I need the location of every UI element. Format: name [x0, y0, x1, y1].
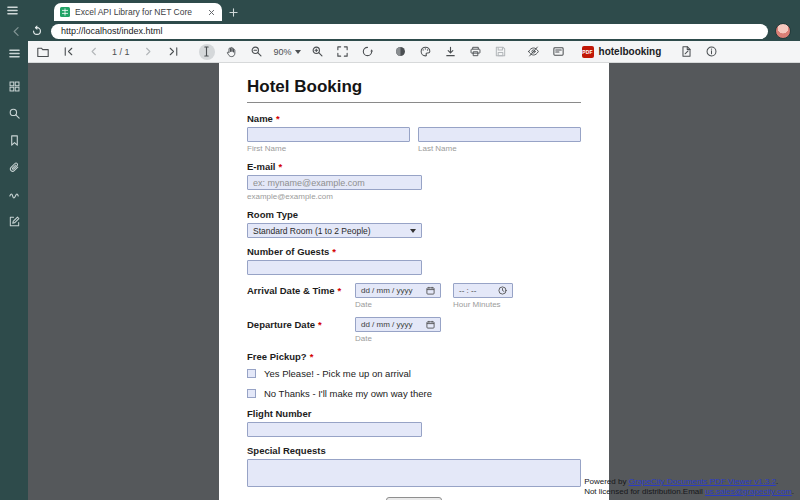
tab-bar: Excel API Library for NET Core: [0, 0, 800, 21]
save-icon[interactable]: [493, 44, 509, 60]
last-name-input[interactable]: [418, 127, 581, 142]
last-page-icon[interactable]: [166, 44, 182, 60]
document-edit-icon[interactable]: [678, 44, 694, 60]
clock-icon: [498, 286, 507, 295]
page-indicator: 1 / 1: [110, 47, 132, 57]
first-name-input[interactable]: [247, 127, 410, 142]
pickup-label: Free Pickup?*: [247, 351, 581, 362]
requests-label: Special Requests: [247, 445, 581, 456]
zoom-select[interactable]: 90%: [274, 47, 301, 57]
tab-close-icon[interactable]: [206, 7, 216, 17]
back-icon[interactable]: [9, 24, 23, 38]
required-mark: *: [337, 285, 341, 296]
license-line: Not licensed for distribution.Email us.s…: [584, 487, 794, 497]
viewer-main: 1 / 1 90%: [28, 41, 800, 500]
checkbox[interactable]: [247, 369, 256, 378]
email-label: E-mail*: [247, 161, 581, 172]
profile-avatar[interactable]: [775, 23, 791, 39]
viewer-sidebar: [0, 41, 28, 500]
name-group: Name* First Name Last Name: [247, 113, 581, 153]
pdf-page: Hotel Booking Name* First Name Last Name: [219, 63, 609, 500]
powered-by-line: Powered by GrapeCity Documents PDF Viewe…: [584, 477, 794, 487]
arrival-group: Arrival Date & Time* dd / mm / yyyy Date…: [247, 283, 581, 309]
arrival-label: Arrival Date & Time*: [247, 285, 343, 296]
prev-page-icon[interactable]: [85, 44, 101, 60]
guests-group: Number of Guests*: [247, 246, 581, 275]
form-title: Hotel Booking: [247, 77, 581, 96]
viewer-toolbar: 1 / 1 90%: [28, 41, 800, 63]
pickup-option-yes-label: Yes Please! - Pick me up on arrival: [264, 368, 411, 379]
sales-email-link[interactable]: us.sales@grapecity.com: [705, 487, 792, 496]
flight-label: Flight Number: [247, 408, 581, 419]
text-select-icon[interactable]: [199, 44, 215, 60]
search-icon[interactable]: [7, 106, 21, 120]
required-mark: *: [276, 113, 280, 124]
pickup-option-yes[interactable]: Yes Please! - Pick me up on arrival: [247, 368, 581, 379]
calendar-icon: [426, 320, 435, 329]
arrival-time-hint: Hour Minutes: [453, 300, 513, 309]
rotate-icon[interactable]: [360, 44, 376, 60]
document-name-group: PDF hotelbooking: [582, 46, 662, 58]
next-page-icon[interactable]: [141, 44, 157, 60]
guests-input[interactable]: [247, 260, 422, 275]
document-canvas[interactable]: Hotel Booking Name* First Name Last Name: [28, 63, 800, 500]
open-file-icon[interactable]: [35, 44, 51, 60]
chevron-down-icon: [410, 229, 416, 233]
room-type-label: Room Type: [247, 209, 581, 220]
flight-group: Flight Number: [247, 408, 581, 437]
browser-menu-icon[interactable]: [0, 0, 24, 21]
sidebar-toggle-icon[interactable]: [7, 46, 21, 60]
address-bar-row: http://localhost/index.html: [0, 21, 800, 41]
departure-date-input[interactable]: dd / mm / yyyy: [355, 317, 441, 332]
flight-input[interactable]: [247, 422, 422, 437]
download-icon[interactable]: [443, 44, 459, 60]
email-hint: example@example.com: [247, 192, 581, 201]
zoom-level: 90%: [274, 47, 292, 57]
palette-icon[interactable]: [418, 44, 434, 60]
browser-window: Excel API Library for NET Core http://lo…: [0, 0, 800, 500]
url-text: http://localhost/index.html: [61, 26, 163, 36]
title-divider: [247, 102, 581, 103]
first-page-icon[interactable]: [60, 44, 76, 60]
form-fields-icon[interactable]: [551, 44, 567, 60]
checkbox[interactable]: [247, 389, 256, 398]
print-icon[interactable]: [468, 44, 484, 60]
info-icon[interactable]: [703, 44, 719, 60]
last-name-hint: Last Name: [418, 144, 581, 153]
pickup-option-no[interactable]: No Thanks - I'll make my own way there: [247, 388, 581, 399]
theme-icon[interactable]: [393, 44, 409, 60]
bookmarks-icon[interactable]: [7, 133, 21, 147]
new-tab-button[interactable]: [222, 3, 244, 21]
address-bar[interactable]: http://localhost/index.html: [51, 24, 768, 39]
room-type-group: Room Type Standard Room (1 to 2 People): [247, 209, 581, 238]
zoom-in-icon[interactable]: [310, 44, 326, 60]
first-name-hint: First Name: [247, 144, 410, 153]
pickup-option-no-label: No Thanks - I'll make my own way there: [264, 388, 432, 399]
email-group: E-mail* example@example.com: [247, 161, 581, 201]
license-footer: Powered by GrapeCity Documents PDF Viewe…: [584, 477, 794, 497]
room-type-select[interactable]: Standard Room (1 to 2 People): [247, 223, 422, 238]
attachments-icon[interactable]: [7, 160, 21, 174]
pan-tool-icon[interactable]: [224, 44, 240, 60]
browser-tab[interactable]: Excel API Library for NET Core: [54, 3, 222, 21]
email-input[interactable]: [247, 175, 422, 190]
reload-icon[interactable]: [30, 24, 44, 38]
requests-textarea[interactable]: [247, 459, 581, 487]
arrival-date-input[interactable]: dd / mm / yyyy: [355, 283, 441, 298]
hide-annotations-icon[interactable]: [526, 44, 542, 60]
required-mark: *: [279, 161, 283, 172]
signature-icon[interactable]: [7, 187, 21, 201]
thumbnails-icon[interactable]: [7, 79, 21, 93]
zoom-out-icon[interactable]: [249, 44, 265, 60]
viewer-version-link[interactable]: GrapeCity Documents PDF Viewer v1.3.2: [629, 477, 776, 486]
departure-group: Departure Date* dd / mm / yyyy Date: [247, 317, 581, 343]
chevron-down-icon: [295, 50, 301, 54]
name-label: Name*: [247, 113, 581, 124]
arrival-time-input[interactable]: -- : --: [453, 283, 513, 298]
form-editor-icon[interactable]: [7, 214, 21, 228]
room-type-value: Standard Room (1 to 2 People): [253, 226, 371, 236]
tab-title: Excel API Library for NET Core: [75, 7, 201, 17]
fit-page-icon[interactable]: [335, 44, 351, 60]
calendar-icon: [426, 286, 435, 295]
pdf-file-icon: PDF: [582, 46, 594, 58]
